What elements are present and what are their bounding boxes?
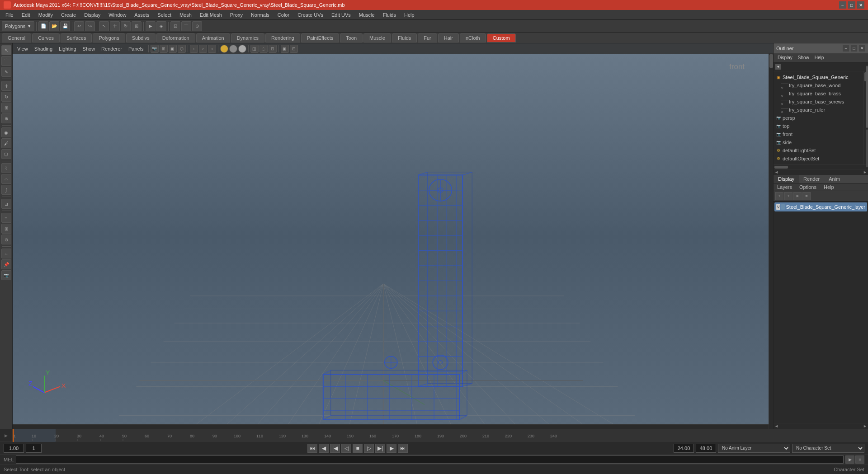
open-scene-button[interactable]: 📂 xyxy=(49,21,59,31)
tab-fur[interactable]: Fur xyxy=(418,33,437,42)
tab-custom[interactable]: Custom xyxy=(487,33,516,42)
vp-med-quality-btn[interactable]: 2 xyxy=(199,45,207,53)
outliner-item-persp[interactable]: 📷 persp xyxy=(774,114,863,122)
help-subtab[interactable]: Help xyxy=(820,183,838,191)
scale-button[interactable]: ⊞ xyxy=(1,103,11,113)
menu-modify[interactable]: Modify xyxy=(35,11,57,19)
curve-ep-button[interactable]: ⌓ xyxy=(1,174,11,184)
menu-normals[interactable]: Normals xyxy=(247,11,273,19)
tab-subdivs[interactable]: Subdivs xyxy=(126,33,156,42)
mel-script-editor-button[interactable]: ≡ xyxy=(855,455,864,464)
outliner-hscroll-thumb[interactable] xyxy=(774,166,788,169)
menu-window[interactable]: Window xyxy=(105,11,130,19)
snap-curve-button[interactable]: ⌒ xyxy=(181,21,191,31)
tab-toon[interactable]: Toon xyxy=(340,33,363,42)
anim-layer-dropdown[interactable]: No Anim Layer xyxy=(718,444,790,453)
move-tool-button[interactable]: ✛ xyxy=(110,21,120,31)
render-tab[interactable]: Render xyxy=(799,175,824,183)
layer-scroll-right[interactable]: ► xyxy=(863,424,867,428)
vp-film-btn[interactable]: ▣ xyxy=(169,45,177,53)
vp-low-quality-btn[interactable]: 1 xyxy=(190,45,198,53)
viewport-content[interactable]: X Y Z front xyxy=(13,54,773,429)
mel-input[interactable] xyxy=(16,455,844,464)
end-frame-field[interactable] xyxy=(674,444,694,453)
menu-assets[interactable]: Assets xyxy=(131,11,153,19)
vp-light-btn2[interactable] xyxy=(229,45,237,53)
vp-isolate-btn[interactable]: ⊡ xyxy=(269,45,277,53)
menu-help[interactable]: Help xyxy=(401,11,418,19)
tab-curves[interactable]: Curves xyxy=(32,33,60,42)
tab-polygons[interactable]: Polygons xyxy=(93,33,125,42)
prev-key-button[interactable]: |◀ xyxy=(330,444,340,453)
tab-dynamics[interactable]: Dynamics xyxy=(231,33,264,42)
attribute-editor-tab[interactable]: Attribute Editor xyxy=(866,129,868,167)
tab-rendering[interactable]: Rendering xyxy=(265,33,300,42)
layer-button[interactable]: ≡ xyxy=(1,213,11,223)
vp-light-btn1[interactable] xyxy=(220,45,228,53)
outliner-scroll-left[interactable]: ◄ xyxy=(774,170,778,174)
next-frame-button[interactable]: ▶ xyxy=(387,444,396,453)
outliner-item-front[interactable]: 📷 front xyxy=(774,130,863,138)
show-manip-button[interactable]: ⊿ xyxy=(1,199,11,209)
viewport-hscroll[interactable] xyxy=(13,424,769,429)
layer-scroll-left[interactable]: ◄ xyxy=(774,424,778,428)
play-forward-button[interactable]: ▷ xyxy=(364,444,374,453)
go-to-start-button[interactable]: ⏮ xyxy=(307,444,317,453)
outliner-collapse-button[interactable]: ◄ xyxy=(775,64,781,70)
select-tool-button[interactable]: ↖ xyxy=(99,21,109,31)
outliner-menu-help[interactable]: Help xyxy=(812,55,826,61)
camera-button[interactable]: 📷 xyxy=(1,270,11,280)
menu-file[interactable]: File xyxy=(2,11,17,19)
paint-select-button[interactable]: ✎ xyxy=(1,67,11,77)
soft-mod-button[interactable]: ◉ xyxy=(1,127,11,137)
menu-display[interactable]: Display xyxy=(80,11,104,19)
measure-button[interactable]: ↔ xyxy=(1,249,11,258)
vp-high-quality-btn[interactable]: 3 xyxy=(208,45,216,53)
rotate-button[interactable]: ↻ xyxy=(1,92,11,102)
renderer-dropdown[interactable]: Polygons ▼ xyxy=(2,21,34,31)
save-scene-button[interactable]: 💾 xyxy=(60,21,70,31)
vp-menu-show[interactable]: Show xyxy=(80,45,98,52)
outliner-menu-display[interactable]: Display xyxy=(775,55,795,61)
outliner-maximize[interactable]: □ xyxy=(851,45,857,52)
create-render-layer-button[interactable]: + xyxy=(784,192,793,200)
paint-button[interactable]: ⬡ xyxy=(1,149,11,159)
vp-light-btn3[interactable] xyxy=(238,45,246,53)
close-button[interactable]: ✕ xyxy=(857,1,864,9)
rotate-tool-button[interactable]: ↻ xyxy=(121,21,131,31)
prev-frame-button[interactable]: ◀ xyxy=(319,444,329,453)
vp-xray-btn[interactable]: ◌ xyxy=(259,45,268,53)
snap-grid-button[interactable]: ⊡ xyxy=(170,21,180,31)
outliner-menu-show[interactable]: Show xyxy=(796,55,811,61)
options-subtab[interactable]: Options xyxy=(796,183,820,191)
stop-button[interactable]: ■ xyxy=(353,444,363,453)
outliner-hscroll[interactable] xyxy=(774,164,868,169)
outliner-item-wood[interactable]: ——o try_square_base_wood xyxy=(774,81,863,89)
vp-menu-shading[interactable]: Shading xyxy=(32,45,55,52)
viewport-vscroll-thumb[interactable] xyxy=(769,54,773,68)
menu-mesh[interactable]: Mesh xyxy=(176,11,195,19)
vp-grid-btn[interactable]: ⊞ xyxy=(160,45,168,53)
annotation-button[interactable]: 📌 xyxy=(1,259,11,269)
vp-menu-view[interactable]: View xyxy=(14,45,31,52)
menu-select[interactable]: Select xyxy=(154,11,175,19)
tab-muscle[interactable]: Muscle xyxy=(363,33,391,42)
outliner-item-brass[interactable]: ——o try_square_base_brass xyxy=(774,89,863,98)
vp-menu-renderer[interactable]: Renderer xyxy=(99,45,125,52)
vp-layout2-btn[interactable]: ⊟ xyxy=(290,45,298,53)
next-key-button[interactable]: ▶| xyxy=(375,444,385,453)
tab-hair[interactable]: Hair xyxy=(438,33,459,42)
mel-run-button[interactable]: ▶ xyxy=(845,455,854,464)
move-button[interactable]: ✛ xyxy=(1,81,11,91)
scale-tool-button[interactable]: ⊞ xyxy=(132,21,142,31)
vp-camera-btn[interactable]: 📷 xyxy=(151,45,159,53)
layer-row-1[interactable]: V Steel_Blade_Square_Generic_layer xyxy=(774,202,867,211)
vp-wireframe-btn[interactable]: ⬡ xyxy=(178,45,186,53)
channel-box-tab[interactable]: Channel Box / Layer Editor xyxy=(866,66,868,128)
menu-proxy[interactable]: Proxy xyxy=(226,11,246,19)
delete-layer-button[interactable]: ✕ xyxy=(793,192,802,200)
menu-fluids[interactable]: Fluids xyxy=(379,11,400,19)
redo-button[interactable]: ↪ xyxy=(85,21,95,31)
vp-shadow-btn[interactable]: ◫ xyxy=(250,45,259,53)
select-object-button[interactable]: ↖ xyxy=(1,45,11,55)
